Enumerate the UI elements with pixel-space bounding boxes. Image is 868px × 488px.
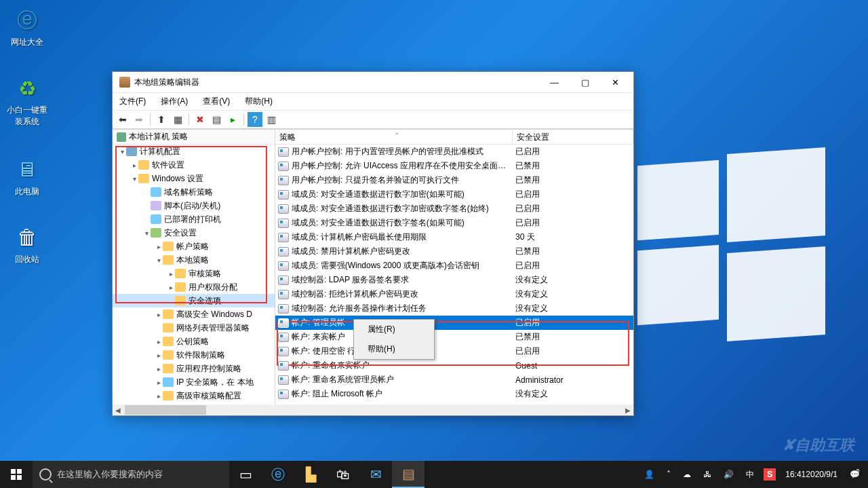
titlebar[interactable]: 本地组策略编辑器 ― ▢ ✕: [113, 72, 633, 92]
tray-chevron-up-icon[interactable]: ˄: [664, 461, 673, 488]
policy-name: 域成员: 对安全通道数据进行数字加密或数字签名(始终): [292, 203, 489, 214]
maximize-button[interactable]: ▢: [570, 73, 600, 92]
menu-view[interactable]: 查看(V): [200, 94, 233, 109]
policy-row[interactable]: 域成员: 禁用计算机帐户密码更改已禁用: [275, 244, 633, 259]
expand-icon[interactable]: ▾: [142, 229, 151, 237]
tree-node[interactable]: ▸公钥策略: [113, 335, 275, 348]
expand-icon[interactable]: ▸: [155, 365, 163, 373]
desktop-icon-thispc[interactable]: 🖥此电脑: [5, 156, 49, 198]
task-store[interactable]: 🛍: [327, 461, 359, 488]
expand-icon[interactable]: ▸: [155, 243, 163, 250]
tree-node[interactable]: ▾计算机配置: [113, 145, 275, 158]
expand-icon[interactable]: ▾: [130, 175, 138, 183]
tree-node[interactable]: ▾安全设置: [113, 226, 275, 240]
menu-action[interactable]: 操作(A): [158, 94, 191, 109]
task-explorer[interactable]: ▙: [294, 461, 327, 488]
tree-node[interactable]: ▸软件限制策略: [113, 348, 275, 362]
properties-button[interactable]: ▤: [209, 112, 224, 127]
menu-help[interactable]: 帮助(H): [242, 94, 275, 109]
tree-label: 软件限制策略: [176, 350, 225, 361]
policy-row[interactable]: 用户帐户控制: 只提升签名并验证的可执行文件已禁用: [275, 173, 633, 187]
policy-value: 没有定义: [513, 274, 633, 286]
col-policy[interactable]: 策略: [275, 130, 513, 144]
tree-node[interactable]: ▸软件设置: [113, 158, 275, 172]
tree-node[interactable]: ▸高级审核策略配置: [113, 389, 275, 402]
ctx-help[interactable]: 帮助(H): [354, 339, 434, 359]
tree-node[interactable]: 已部署的打印机: [113, 212, 275, 226]
tree-node[interactable]: ▸高级安全 Windows D: [113, 307, 275, 321]
tree-node[interactable]: ▾本地策略: [113, 253, 275, 267]
tray-ime-sogou[interactable]: S: [764, 468, 776, 481]
policy-row[interactable]: 域控制器: 拒绝计算机帐户密码更改没有定义: [275, 287, 633, 301]
tray-network-icon[interactable]: 🖧: [701, 461, 714, 488]
policy-row[interactable]: 域成员: 对安全通道数据进行数字加密或数字签名(始终)已启用: [275, 202, 633, 216]
tree-node[interactable]: ▸IP 安全策略，在 本地: [113, 375, 275, 389]
tree-header[interactable]: 本地计算机 策略: [113, 130, 275, 145]
folder-icon: [163, 309, 174, 319]
expand-icon[interactable]: ▸: [155, 379, 163, 386]
tray-people[interactable]: 👤: [642, 461, 657, 488]
col-setting[interactable]: 安全设置: [513, 130, 633, 144]
tray-notifications[interactable]: 💬5: [847, 461, 863, 488]
up-button[interactable]: ⬆: [154, 112, 169, 127]
tray-ime-zh[interactable]: 中: [743, 461, 757, 488]
tree-node[interactable]: ▸帐户策略: [113, 240, 275, 253]
policy-row[interactable]: 用户帐户控制: 用于内置管理员帐户的管理员批准模式已启用: [275, 145, 633, 159]
start-button[interactable]: [0, 461, 33, 488]
menu-file[interactable]: 文件(F): [117, 94, 149, 109]
task-view-button[interactable]: ▭: [229, 461, 262, 488]
desktop-icon-recyclebin[interactable]: 🗑回收站: [5, 224, 49, 265]
help-button[interactable]: ?: [248, 112, 262, 127]
close-button[interactable]: ✕: [600, 73, 631, 92]
show-hide-button[interactable]: ▦: [170, 112, 185, 127]
delete-button[interactable]: ✖: [193, 112, 208, 127]
policy-row[interactable]: 帐户: 管理员帐已启用: [275, 316, 633, 330]
policy-row[interactable]: 帐户: 重命名系统管理员帐户Administrator: [275, 373, 633, 387]
policy-row[interactable]: 域控制器: 允许服务器操作者计划任务没有定义: [275, 301, 633, 316]
policy-row[interactable]: 帐户: 使用空密 行控制台登录已启用: [275, 344, 633, 358]
expand-icon[interactable]: ▾: [118, 148, 126, 155]
policy-row[interactable]: 域成员: 对安全通道数据进行数字加密(如果可能)已启用: [275, 187, 633, 202]
policy-row[interactable]: 域控制器: LDAP 服务器签名要求没有定义: [275, 273, 633, 287]
expand-icon[interactable]: ▸: [155, 311, 163, 318]
tree-node[interactable]: ▸审核策略: [113, 267, 275, 280]
tree-node[interactable]: ▸应用程序控制策略: [113, 362, 275, 375]
tree-node[interactable]: 脚本(启动/关机): [113, 199, 275, 212]
task-mail[interactable]: ✉: [359, 461, 392, 488]
policy-row[interactable]: 帐户: 来宾帐户已禁用: [275, 330, 633, 344]
expand-icon[interactable]: ▸: [167, 284, 175, 291]
tray-volume-icon[interactable]: 🔊: [721, 461, 736, 488]
tree-node[interactable]: ▾Windows 设置: [113, 172, 275, 185]
expand-icon[interactable]: ▸: [155, 338, 163, 345]
tree-node[interactable]: 安全选项: [113, 294, 275, 307]
tree-node[interactable]: 网络列表管理器策略: [113, 321, 275, 335]
policy-row[interactable]: 帐户: 重命名来宾帐户Guest: [275, 358, 633, 373]
desktop-icon-reinstall[interactable]: ♻小白一键重装系统: [5, 75, 49, 128]
export-button[interactable]: ▥: [264, 112, 279, 127]
tree-hscrollbar[interactable]: ◀▶: [113, 405, 633, 415]
tree-node[interactable]: ▸用户权限分配: [113, 280, 275, 294]
desktop-icon-browser[interactable]: ⓔ网址大全: [5, 7, 49, 48]
expand-icon[interactable]: ▸: [167, 270, 175, 278]
policy-row[interactable]: 用户帐户控制: 允许 UIAccess 应用程序在不使用安全桌面…已禁用: [275, 159, 633, 173]
expand-icon[interactable]: ▸: [155, 352, 163, 359]
tray-clock[interactable]: 16:41 2020/9/1: [783, 461, 840, 488]
expand-icon[interactable]: ▸: [155, 392, 163, 400]
policy-row[interactable]: 帐户: 阻止 Microsoft 帐户没有定义: [275, 387, 633, 401]
ctx-properties[interactable]: 属性(R): [354, 320, 434, 339]
tray-onedrive-icon[interactable]: ☁: [680, 461, 694, 488]
expand-icon[interactable]: ▸: [130, 162, 138, 169]
policy-icon: [278, 318, 289, 328]
policy-row[interactable]: 域成员: 需要强(Windows 2000 或更高版本)会话密钥已启用: [275, 259, 633, 273]
tree-node[interactable]: 域名解析策略: [113, 185, 275, 199]
policy-row[interactable]: 域成员: 对安全通道数据进行数字签名(如果可能)已启用: [275, 216, 633, 230]
refresh-button[interactable]: ▸: [225, 112, 240, 127]
back-button[interactable]: ⬅: [115, 112, 130, 127]
task-gpedit[interactable]: ▤: [392, 461, 425, 488]
task-edge[interactable]: ⓔ: [262, 461, 294, 488]
expand-icon[interactable]: ▾: [155, 257, 163, 264]
policy-row[interactable]: 域成员: 计算机帐户密码最长使用期限30 天: [275, 230, 633, 244]
minimize-button[interactable]: ―: [539, 73, 570, 92]
forward-button[interactable]: ➡: [132, 112, 146, 127]
search-box[interactable]: 在这里输入你要搜索的内容: [33, 461, 229, 488]
